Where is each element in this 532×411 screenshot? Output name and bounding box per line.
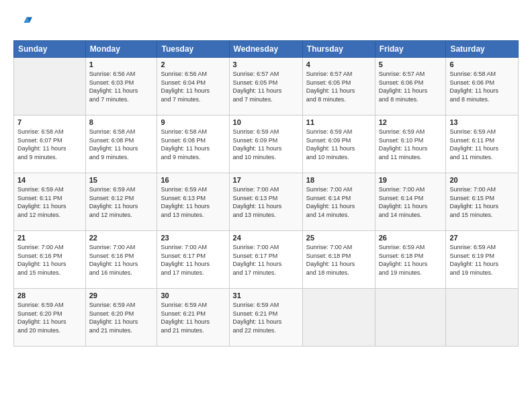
calendar-cell: 4Sunrise: 6:57 AM Sunset: 6:05 PM Daylig… xyxy=(302,58,375,116)
day-number: 21 xyxy=(17,234,82,242)
day-number: 3 xyxy=(233,60,299,68)
day-number: 17 xyxy=(233,176,299,184)
day-number: 31 xyxy=(233,291,299,300)
day-number: 10 xyxy=(233,118,299,126)
day-number: 13 xyxy=(449,118,515,126)
calendar-body: 1Sunrise: 6:56 AM Sunset: 6:03 PM Daylig… xyxy=(14,58,519,347)
calendar-cell: 2Sunrise: 6:56 AM Sunset: 6:04 PM Daylig… xyxy=(157,58,229,116)
calendar-cell: 25Sunrise: 7:00 AM Sunset: 6:18 PM Dayli… xyxy=(302,231,375,289)
weekday-header-tuesday: Tuesday xyxy=(157,41,229,58)
day-number: 19 xyxy=(379,176,443,184)
calendar-header: SundayMondayTuesdayWednesdayThursdayFrid… xyxy=(14,41,519,58)
calendar-cell: 24Sunrise: 7:00 AM Sunset: 6:17 PM Dayli… xyxy=(229,231,302,289)
day-info: Sunrise: 6:57 AM Sunset: 6:05 PM Dayligh… xyxy=(233,70,299,103)
weekday-header-friday: Friday xyxy=(375,41,446,58)
day-info: Sunrise: 7:00 AM Sunset: 6:15 PM Dayligh… xyxy=(449,185,515,219)
weekday-header-monday: Monday xyxy=(85,41,157,58)
page: SundayMondayTuesdayWednesdayThursdayFrid… xyxy=(0,0,532,411)
calendar-cell: 23Sunrise: 7:00 AM Sunset: 6:17 PM Dayli… xyxy=(157,231,229,289)
calendar-cell: 27Sunrise: 6:59 AM Sunset: 6:19 PM Dayli… xyxy=(446,231,519,289)
day-number: 4 xyxy=(306,60,371,68)
day-number: 18 xyxy=(306,176,371,184)
day-number: 25 xyxy=(306,234,371,242)
calendar-cell xyxy=(446,289,519,347)
calendar-cell: 6Sunrise: 6:58 AM Sunset: 6:06 PM Daylig… xyxy=(446,58,519,116)
calendar-cell: 16Sunrise: 6:59 AM Sunset: 6:13 PM Dayli… xyxy=(157,173,229,231)
day-info: Sunrise: 6:59 AM Sunset: 6:10 PM Dayligh… xyxy=(379,128,443,161)
calendar-cell: 9Sunrise: 6:58 AM Sunset: 6:08 PM Daylig… xyxy=(157,116,229,173)
day-number: 9 xyxy=(161,118,225,126)
weekday-header-sunday: Sunday xyxy=(14,41,86,58)
day-info: Sunrise: 6:59 AM Sunset: 6:18 PM Dayligh… xyxy=(379,243,443,277)
day-info: Sunrise: 7:00 AM Sunset: 6:16 PM Dayligh… xyxy=(89,243,154,277)
day-number: 8 xyxy=(89,118,154,126)
calendar-cell: 14Sunrise: 6:59 AM Sunset: 6:11 PM Dayli… xyxy=(14,173,86,231)
day-info: Sunrise: 7:00 AM Sunset: 6:17 PM Dayligh… xyxy=(161,243,225,277)
weekday-header-thursday: Thursday xyxy=(302,41,375,58)
calendar-cell: 7Sunrise: 6:58 AM Sunset: 6:07 PM Daylig… xyxy=(14,116,86,173)
day-info: Sunrise: 6:58 AM Sunset: 6:08 PM Dayligh… xyxy=(161,128,225,161)
day-info: Sunrise: 6:57 AM Sunset: 6:06 PM Dayligh… xyxy=(379,70,443,103)
calendar-table: SundayMondayTuesdayWednesdayThursdayFrid… xyxy=(13,40,519,347)
day-number: 24 xyxy=(233,234,299,242)
day-info: Sunrise: 7:00 AM Sunset: 6:18 PM Dayligh… xyxy=(306,243,371,277)
day-info: Sunrise: 6:59 AM Sunset: 6:20 PM Dayligh… xyxy=(17,301,82,334)
calendar-cell: 28Sunrise: 6:59 AM Sunset: 6:20 PM Dayli… xyxy=(14,289,86,347)
day-info: Sunrise: 6:56 AM Sunset: 6:04 PM Dayligh… xyxy=(161,70,225,103)
day-info: Sunrise: 7:00 AM Sunset: 6:14 PM Dayligh… xyxy=(306,185,371,219)
calendar-cell: 1Sunrise: 6:56 AM Sunset: 6:03 PM Daylig… xyxy=(85,58,157,116)
weekday-header-wednesday: Wednesday xyxy=(229,41,302,58)
day-info: Sunrise: 6:58 AM Sunset: 6:06 PM Dayligh… xyxy=(449,70,515,103)
calendar-week-1: 1Sunrise: 6:56 AM Sunset: 6:03 PM Daylig… xyxy=(14,58,519,116)
day-info: Sunrise: 6:59 AM Sunset: 6:20 PM Dayligh… xyxy=(89,301,154,334)
day-number: 22 xyxy=(89,234,154,242)
day-info: Sunrise: 7:00 AM Sunset: 6:16 PM Dayligh… xyxy=(17,243,82,277)
logo xyxy=(13,13,35,32)
header xyxy=(13,13,519,32)
day-number: 14 xyxy=(17,176,82,184)
calendar-cell: 8Sunrise: 6:58 AM Sunset: 6:08 PM Daylig… xyxy=(85,116,157,173)
day-number: 2 xyxy=(161,60,225,68)
calendar-cell: 17Sunrise: 7:00 AM Sunset: 6:13 PM Dayli… xyxy=(229,173,302,231)
day-number: 29 xyxy=(89,291,154,300)
day-number: 1 xyxy=(89,60,154,68)
calendar-week-2: 7Sunrise: 6:58 AM Sunset: 6:07 PM Daylig… xyxy=(14,116,519,173)
day-number: 5 xyxy=(379,60,443,68)
calendar-cell: 11Sunrise: 6:59 AM Sunset: 6:09 PM Dayli… xyxy=(302,116,375,173)
day-info: Sunrise: 6:59 AM Sunset: 6:12 PM Dayligh… xyxy=(89,185,154,219)
calendar-cell: 20Sunrise: 7:00 AM Sunset: 6:15 PM Dayli… xyxy=(446,173,519,231)
calendar-cell: 10Sunrise: 6:59 AM Sunset: 6:09 PM Dayli… xyxy=(229,116,302,173)
day-info: Sunrise: 7:00 AM Sunset: 6:17 PM Dayligh… xyxy=(233,243,299,277)
day-info: Sunrise: 6:56 AM Sunset: 6:03 PM Dayligh… xyxy=(89,70,154,103)
day-number: 12 xyxy=(379,118,443,126)
calendar-cell: 15Sunrise: 6:59 AM Sunset: 6:12 PM Dayli… xyxy=(85,173,157,231)
calendar-week-5: 28Sunrise: 6:59 AM Sunset: 6:20 PM Dayli… xyxy=(14,289,519,347)
calendar-cell: 26Sunrise: 6:59 AM Sunset: 6:18 PM Dayli… xyxy=(375,231,446,289)
day-number: 27 xyxy=(449,234,515,242)
calendar-cell xyxy=(302,289,375,347)
day-number: 30 xyxy=(161,291,225,300)
calendar-cell: 3Sunrise: 6:57 AM Sunset: 6:05 PM Daylig… xyxy=(229,58,302,116)
calendar-cell: 22Sunrise: 7:00 AM Sunset: 6:16 PM Dayli… xyxy=(85,231,157,289)
calendar-cell xyxy=(375,289,446,347)
day-number: 23 xyxy=(161,234,225,242)
day-number: 7 xyxy=(17,118,82,126)
calendar-week-3: 14Sunrise: 6:59 AM Sunset: 6:11 PM Dayli… xyxy=(14,173,519,231)
day-info: Sunrise: 6:59 AM Sunset: 6:11 PM Dayligh… xyxy=(449,128,515,161)
day-info: Sunrise: 6:59 AM Sunset: 6:21 PM Dayligh… xyxy=(233,301,299,334)
calendar-cell: 12Sunrise: 6:59 AM Sunset: 6:10 PM Dayli… xyxy=(375,116,446,173)
day-info: Sunrise: 6:58 AM Sunset: 6:08 PM Dayligh… xyxy=(89,128,154,161)
day-info: Sunrise: 6:57 AM Sunset: 6:05 PM Dayligh… xyxy=(306,70,371,103)
calendar-week-4: 21Sunrise: 7:00 AM Sunset: 6:16 PM Dayli… xyxy=(14,231,519,289)
calendar-cell: 5Sunrise: 6:57 AM Sunset: 6:06 PM Daylig… xyxy=(375,58,446,116)
day-info: Sunrise: 6:59 AM Sunset: 6:13 PM Dayligh… xyxy=(161,185,225,219)
day-info: Sunrise: 6:58 AM Sunset: 6:07 PM Dayligh… xyxy=(17,128,82,161)
calendar-cell: 30Sunrise: 6:59 AM Sunset: 6:21 PM Dayli… xyxy=(157,289,229,347)
day-number: 20 xyxy=(449,176,515,184)
logo-icon xyxy=(13,13,32,32)
day-info: Sunrise: 6:59 AM Sunset: 6:09 PM Dayligh… xyxy=(306,128,371,161)
day-number: 16 xyxy=(161,176,225,184)
calendar-cell: 21Sunrise: 7:00 AM Sunset: 6:16 PM Dayli… xyxy=(14,231,86,289)
day-info: Sunrise: 7:00 AM Sunset: 6:13 PM Dayligh… xyxy=(233,185,299,219)
day-number: 11 xyxy=(306,118,371,126)
